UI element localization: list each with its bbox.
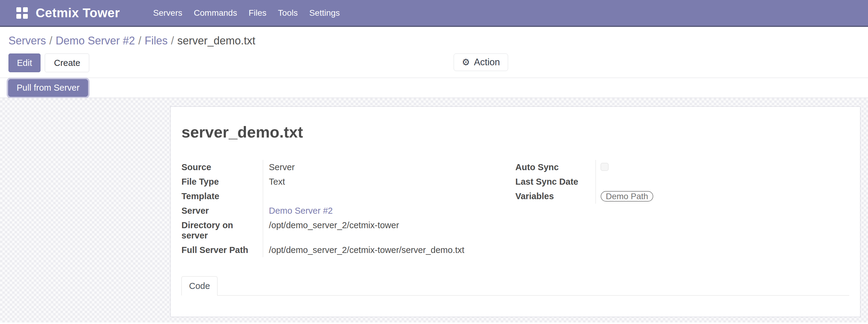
action-button[interactable]: ⚙ Action: [454, 54, 508, 71]
field-label: Variables: [515, 189, 596, 204]
form-view-background: server_demo.txt Source Server File Type …: [0, 98, 868, 323]
breadcrumb: Servers/Demo Server #2/Files/server_demo…: [8, 34, 868, 47]
field-label: File Type: [182, 174, 263, 189]
breadcrumb-separator: /: [138, 34, 141, 47]
field-value-last-sync-date: [596, 174, 601, 189]
edit-button[interactable]: Edit: [8, 54, 40, 72]
field-label: Full Server Path: [182, 243, 263, 257]
auto-sync-checkbox[interactable]: [601, 163, 609, 171]
apps-grid-square: [16, 14, 21, 19]
apps-grid-square: [23, 7, 28, 12]
field-row-server: Server Demo Server #2: [182, 203, 515, 218]
nav-item-files[interactable]: Files: [249, 8, 267, 18]
app-window: Cetmix Tower Servers Commands Files Tool…: [0, 0, 868, 323]
breadcrumb-current: server_demo.txt: [177, 34, 255, 47]
field-row-variables: Variables Demo Path: [515, 189, 849, 204]
statusbar: Pull from Server: [0, 78, 868, 98]
breadcrumb-separator: /: [171, 34, 174, 47]
variable-tag-demo-path: Demo Path: [601, 191, 653, 202]
field-group-left: Source Server File Type Text Template Se…: [182, 160, 515, 257]
form-sheet: server_demo.txt Source Server File Type …: [170, 106, 861, 317]
pull-from-server-button[interactable]: Pull from Server: [8, 79, 88, 97]
apps-grid-square: [23, 14, 28, 19]
tab-code[interactable]: Code: [182, 276, 217, 296]
brand-title[interactable]: Cetmix Tower: [36, 6, 120, 20]
record-title: server_demo.txt: [182, 123, 849, 141]
field-label: Last Sync Date: [515, 174, 596, 189]
tab-bar: Code: [182, 276, 849, 296]
notebook: Code: [182, 276, 849, 296]
field-row-template: Template: [182, 189, 515, 203]
button-row: Edit Create ⚙ Action: [8, 54, 868, 78]
breadcrumb-link-demo-server[interactable]: Demo Server #2: [56, 34, 135, 47]
nav-item-servers[interactable]: Servers: [153, 8, 182, 18]
gear-icon: ⚙: [462, 58, 470, 67]
field-label: Directory on server: [182, 218, 263, 243]
field-value-file-type: Text: [263, 174, 285, 189]
field-label: Server: [182, 203, 263, 218]
server-link[interactable]: Demo Server #2: [269, 206, 333, 216]
field-row-source: Source Server: [182, 160, 515, 174]
field-row-directory: Directory on server /opt/demo_server_2/c…: [182, 218, 515, 243]
field-value-template: [263, 189, 269, 203]
field-row-auto-sync: Auto Sync: [515, 160, 849, 174]
apps-grid-square: [16, 7, 21, 12]
field-row-full-path: Full Server Path /opt/demo_server_2/cetm…: [182, 243, 515, 257]
field-value-source: Server: [263, 160, 294, 174]
field-row-last-sync-date: Last Sync Date: [515, 174, 849, 189]
nav-item-settings[interactable]: Settings: [309, 8, 340, 18]
field-group-right: Auto Sync Last Sync Date Variables Demo …: [515, 160, 849, 257]
field-groups: Source Server File Type Text Template Se…: [182, 160, 849, 257]
field-row-file-type: File Type Text: [182, 174, 515, 189]
field-label: Template: [182, 189, 263, 203]
field-value-directory: /opt/demo_server_2/cetmix-tower: [263, 218, 399, 243]
field-label: Source: [182, 160, 263, 174]
control-panel: Servers/Demo Server #2/Files/server_demo…: [0, 27, 868, 78]
breadcrumb-separator: /: [49, 34, 52, 47]
top-navbar: Cetmix Tower Servers Commands Files Tool…: [0, 0, 868, 27]
field-label: Auto Sync: [515, 160, 596, 174]
action-button-label: Action: [474, 57, 500, 68]
field-value-full-path: /opt/demo_server_2/cetmix-tower/server_d…: [263, 243, 464, 257]
breadcrumb-link-files[interactable]: Files: [145, 34, 167, 47]
create-button[interactable]: Create: [45, 54, 89, 72]
apps-grid-icon[interactable]: [16, 7, 28, 19]
breadcrumb-link-servers[interactable]: Servers: [8, 34, 46, 47]
nav-item-commands[interactable]: Commands: [194, 8, 237, 18]
nav-item-tools[interactable]: Tools: [278, 8, 298, 18]
navbar-menu: Servers Commands Files Tools Settings: [153, 8, 340, 18]
